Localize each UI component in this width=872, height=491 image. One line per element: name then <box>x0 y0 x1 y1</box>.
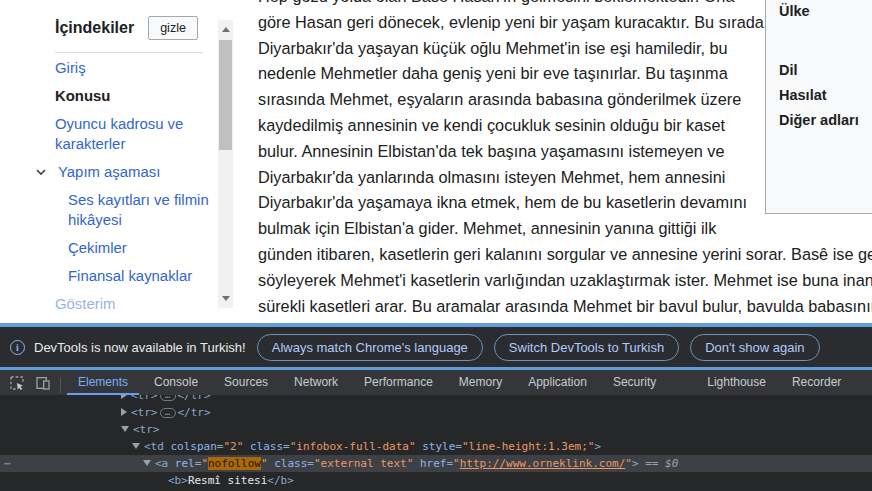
tree-row[interactable]: <tr> <box>0 421 872 438</box>
toc-list: GirişKonusuOyuncu kadrosu ve karakterler… <box>55 58 220 322</box>
toc-item-label: Yapım aşaması <box>58 164 160 180</box>
toc-item[interactable]: Gösterim <box>55 294 207 314</box>
toc-item-label: Giriş <box>55 60 86 76</box>
code-token-hl: nofollow <box>208 457 261 470</box>
collapsed-children-icon[interactable]: … <box>160 408 176 418</box>
code-token-tag: <tr> <box>133 423 160 436</box>
tree-row[interactable]: <tr>…</tr> <box>0 404 872 421</box>
code-token-tag: <tr> <box>131 395 158 402</box>
notification-message: DevTools is now available in Turkish! <box>34 340 246 355</box>
notification-action-button[interactable]: Don't show again <box>690 334 819 361</box>
toc-title: İçindekiler <box>55 19 134 37</box>
toc-item[interactable]: Ses kayıtları ve filmin hikâyesi <box>68 190 218 230</box>
code-token-val: " <box>201 457 208 470</box>
devtools-toolbar: ElementsConsoleSourcesNetworkPerformance… <box>0 370 872 395</box>
devtools-tab-elements[interactable]: Elements <box>65 370 141 395</box>
notification-action-button[interactable]: Always match Chrome's language <box>257 334 483 361</box>
code-token-val: "2" <box>223 440 243 453</box>
toc-item[interactable]: Giriş <box>55 58 207 78</box>
scroll-up-icon[interactable] <box>218 22 233 37</box>
code-token-url: http://www.orneklink.com/ <box>460 457 626 470</box>
toc-hide-button[interactable]: gizle <box>148 16 198 40</box>
notification-actions: Always match Chrome's languageSwitch Dev… <box>246 334 820 361</box>
tree-row[interactable]: <b>Resmî sitesi</b> <box>0 472 872 489</box>
code-token-tag: > <box>594 440 601 453</box>
toc-item-label: Konusu <box>55 88 110 104</box>
toc-item[interactable]: Yapım aşaması <box>55 162 207 182</box>
toc-item-label: Oyuncu kadrosu ve karakterler <box>55 116 183 152</box>
tree-row[interactable]: <tr>…</tr> <box>0 395 872 404</box>
devtools-notification-bar: i DevTools is now available in Turkish! … <box>0 327 872 367</box>
code-token-punct: = <box>307 457 314 470</box>
code-token-tag: </tr> <box>178 406 211 419</box>
devtools-tab-application[interactable]: Application <box>515 370 600 395</box>
toc-item[interactable]: Oyuncu kadrosu ve karakterler <box>55 114 207 154</box>
chevron-down-icon[interactable] <box>35 166 47 178</box>
toc-scrollbar[interactable] <box>218 20 233 308</box>
code-token-val: "line-height:1.3em;" <box>462 440 594 453</box>
code-token-attr: href <box>413 457 446 470</box>
toc-item[interactable]: Konusu <box>55 86 207 106</box>
devtools-tab-recorder[interactable]: Recorder <box>779 370 854 395</box>
code-token-text: Resmî sitesi <box>188 474 267 487</box>
collapsed-children-icon[interactable]: … <box>160 395 176 401</box>
notification-action-button[interactable]: Switch DevTools to Turkish <box>494 334 679 361</box>
elements-dom-tree: <tr>…</tr><tr>…</tr><tr><td colspan="2" … <box>0 395 872 491</box>
code-token-attr: style <box>416 440 456 453</box>
expand-arrow-icon[interactable] <box>143 460 151 466</box>
devtools-tab-security[interactable]: Security <box>600 370 669 395</box>
code-token-tag: </b> <box>267 474 294 487</box>
code-token-tag: > <box>632 457 639 470</box>
devtools-tab-memory[interactable]: Memory <box>446 370 515 395</box>
code-token-eq: == <box>639 457 666 470</box>
device-toolbar-icon[interactable] <box>34 374 52 392</box>
devtools-tab-lighthouse[interactable]: Lighthouse <box>694 370 779 395</box>
infobox-label: Dil <box>779 62 798 78</box>
tree-row[interactable]: <td colspan="2" class="infobox-full-data… <box>0 438 872 455</box>
code-token-punct: = <box>283 440 290 453</box>
toolbar-divider <box>60 378 61 393</box>
article-page: İçindekiler gizle GirişKonusuOyuncu kadr… <box>0 0 872 323</box>
toolbar-icons <box>0 370 65 395</box>
info-icon: i <box>10 340 25 355</box>
tree-row[interactable]: ⋯<a rel="nofollow" class="external text"… <box>0 455 872 472</box>
infobox-label: Hasılat <box>779 87 827 103</box>
code-token-val: "external text" <box>314 457 413 470</box>
toc-item[interactable]: Finansal kaynaklar <box>68 266 218 286</box>
expand-arrow-icon[interactable] <box>121 408 127 416</box>
devtools-tab-console[interactable]: Console <box>141 370 211 395</box>
article-line: sürekli kasetleri arar. Bu aramalar aras… <box>258 294 872 320</box>
toc-header: İçindekiler gizle <box>55 16 198 40</box>
devtools-tab-performance[interactable]: Performance <box>351 370 446 395</box>
scroll-down-icon[interactable] <box>218 291 233 306</box>
devtools-tabs: ElementsConsoleSourcesNetworkPerformance… <box>65 370 872 395</box>
more-actions-icon[interactable]: ⋯ <box>4 455 12 472</box>
code-token-dollar: $0 <box>665 457 678 470</box>
toc-divider <box>55 52 203 53</box>
toc-item-label: Finansal kaynaklar <box>68 268 192 284</box>
toc-item-label: Ses kayıtları ve filmin hikâyesi <box>68 192 209 228</box>
infobox: ÜlkeDilHasılatDiğer adları <box>765 0 872 214</box>
code-token-attr: rel <box>168 457 195 470</box>
code-token-tag: <tr> <box>131 406 158 419</box>
inspect-element-icon[interactable] <box>8 374 26 392</box>
code-token-attr: class <box>243 440 283 453</box>
article-line: günden itibaren, kasetlerin geri kalanın… <box>258 242 872 268</box>
toc-item-label: Gösterim <box>55 296 115 312</box>
devtools-tab-sources[interactable]: Sources <box>211 370 281 395</box>
code-token-tag: </tr> <box>178 395 211 402</box>
code-token-punct: = <box>455 440 462 453</box>
code-token-val: " <box>625 457 632 470</box>
expand-arrow-icon[interactable] <box>121 426 129 432</box>
devtools-tab-network[interactable]: Network <box>281 370 351 395</box>
expand-arrow-icon[interactable] <box>132 443 140 449</box>
code-token-tag: <b> <box>168 474 188 487</box>
infobox-label: Diğer adları <box>779 112 859 128</box>
scrollbar-thumb[interactable] <box>219 40 232 150</box>
code-token-val: "infobox-full-data" <box>290 440 416 453</box>
code-token-val: " <box>261 457 268 470</box>
expand-arrow-icon[interactable] <box>121 395 127 399</box>
toc-item-label: Çekimler <box>68 240 127 256</box>
toc-item[interactable]: Çekimler <box>68 238 218 258</box>
code-token-attr: colspan <box>164 440 217 453</box>
